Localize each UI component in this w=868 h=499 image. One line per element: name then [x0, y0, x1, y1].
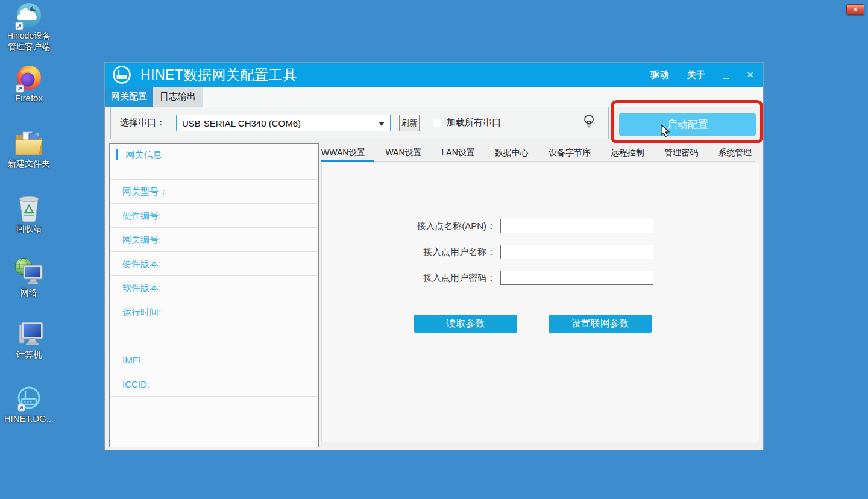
- desktop-icon-label: 计算机: [0, 349, 58, 360]
- desktop-icon-firefox[interactable]: Firefox: [0, 65, 58, 104]
- computer-icon: [14, 320, 44, 349]
- annotation-close-button[interactable]: ×: [846, 4, 864, 15]
- tab-remote-control[interactable]: 远程控制: [611, 148, 644, 158]
- apn-user-input[interactable]: [500, 245, 653, 259]
- driver-menu-item[interactable]: 驱动: [650, 69, 668, 81]
- desktop-icon-label: 回收站: [0, 223, 58, 234]
- desktop-icon-label: HINET.DG...: [0, 413, 58, 424]
- serial-port-select[interactable]: USB-SERIAL CH340 (COM6): [176, 115, 391, 131]
- desktop-icon-computer[interactable]: 计算机: [0, 320, 58, 360]
- info-row-uptime: 运行时间:: [110, 300, 318, 324]
- tab-log-output[interactable]: 日志输出: [153, 87, 203, 107]
- read-params-button[interactable]: 读取参数: [414, 315, 517, 333]
- tab-admin-password[interactable]: 管理密码: [664, 148, 698, 158]
- close-button[interactable]: ×: [747, 68, 753, 81]
- hinet-router-icon: [15, 386, 43, 413]
- annotation-highlight-rect: [611, 100, 763, 143]
- info-row-software-version: 软件版本:: [110, 275, 318, 300]
- minimize-button[interactable]: _: [723, 72, 728, 78]
- desktop-icon-new-folder[interactable]: 新建文件夹: [0, 129, 58, 169]
- gateway-info-header: 网关信息: [110, 144, 318, 179]
- tab-data-center[interactable]: 数据中心: [495, 148, 529, 158]
- apn-label: 接入点名称(APN)：: [363, 221, 495, 232]
- gateway-info-panel: 网关信息 网关型号： 硬件编号: 网关编号: 硬件版本: 软件版本: 运行时间:…: [109, 143, 319, 447]
- recycle-bin-icon: [16, 194, 42, 223]
- desktop-icon-label: 新建文件夹: [0, 158, 58, 169]
- window-title: HINET数据网关配置工具: [140, 66, 632, 84]
- info-row-iccid: ICCID:: [110, 372, 318, 396]
- chevron-down-icon: [379, 122, 385, 129]
- refresh-button[interactable]: 刷新: [399, 115, 420, 131]
- load-all-ports-checkbox[interactable]: [433, 119, 441, 127]
- apn-input[interactable]: [500, 219, 653, 233]
- network-icon: [13, 257, 45, 287]
- about-menu-item[interactable]: 关于: [687, 69, 705, 81]
- tab-device-byte-order[interactable]: 设备字节序: [549, 148, 591, 158]
- load-all-ports-label: 加载所有串口: [447, 117, 501, 128]
- tab-wwan-settings[interactable]: WWAN设置: [321, 148, 365, 158]
- lightbulb-icon[interactable]: [582, 113, 596, 131]
- desktop-icon-label: Firefox: [0, 93, 58, 104]
- info-row-model: 网关型号：: [110, 179, 318, 203]
- desktop-icon-hinode-client[interactable]: Hinode设备 管理客户端: [0, 2, 58, 52]
- desktop-icon-network[interactable]: 网络: [0, 257, 58, 298]
- accent-bar: [116, 149, 118, 160]
- info-row-empty: [110, 324, 318, 348]
- info-row-gateway-id: 网关编号:: [110, 227, 318, 251]
- app-logo-router-icon: [112, 65, 131, 84]
- desktop-icon-label: 管理客户端: [0, 41, 58, 52]
- desktop-icon-recycle-bin[interactable]: 回收站: [0, 194, 58, 234]
- info-row-hardware-version: 硬件版本:: [110, 251, 318, 275]
- folder-icon: [13, 129, 45, 158]
- hinode-app-icon: [14, 2, 43, 30]
- info-row-imei: IMEI:: [110, 348, 318, 372]
- apn-password-label: 接入点用户密码：: [363, 272, 495, 284]
- settings-tab-bar: WWAN设置 WAN设置 LAN设置 数据中心 设备字节序 远程控制 管理密码 …: [321, 143, 760, 163]
- titlebar: HINET数据网关配置工具 驱动 关于 _ ×: [105, 63, 763, 87]
- tab-system-management[interactable]: 系统管理: [718, 148, 752, 158]
- tab-lan-settings[interactable]: LAN设置: [442, 148, 475, 158]
- firefox-icon: [15, 65, 43, 93]
- gateway-info-title: 网关信息: [125, 149, 162, 160]
- wwan-settings-content: 接入点名称(APN)： 接入点用户名称： 接入点用户密码： 读取参数 设置联网参…: [321, 163, 760, 442]
- tab-wan-settings[interactable]: WAN设置: [385, 148, 421, 158]
- desktop-icon-label: Hinode设备: [0, 30, 58, 41]
- desktop-icon-label: 网络: [0, 287, 58, 298]
- settings-panel: WWAN设置 WAN设置 LAN设置 数据中心 设备字节序 远程控制 管理密码 …: [321, 143, 760, 447]
- set-network-params-button[interactable]: 设置联网参数: [549, 315, 652, 333]
- apn-password-input[interactable]: [500, 271, 653, 285]
- desktop: { "annotation": { "close_label": "×" }, …: [0, 0, 868, 499]
- desktop-icon-hinet-shortcut[interactable]: HINET.DG...: [0, 386, 58, 424]
- serial-port-label: 选择串口：: [120, 117, 165, 128]
- serial-port-group: 选择串口： USB-SERIAL CH340 (COM6) 刷新 加载所有串口: [110, 107, 609, 139]
- info-row-hardware-id: 硬件编号:: [110, 203, 318, 227]
- info-filler: [110, 396, 318, 447]
- active-tab-underline: [321, 160, 374, 162]
- tabs-baseline: [321, 161, 755, 162]
- apn-user-label: 接入点用户名称：: [363, 246, 495, 258]
- serial-port-value: USB-SERIAL CH340 (COM6): [182, 118, 301, 128]
- mouse-cursor: [661, 124, 671, 139]
- tab-gateway-config[interactable]: 网关配置: [105, 87, 153, 107]
